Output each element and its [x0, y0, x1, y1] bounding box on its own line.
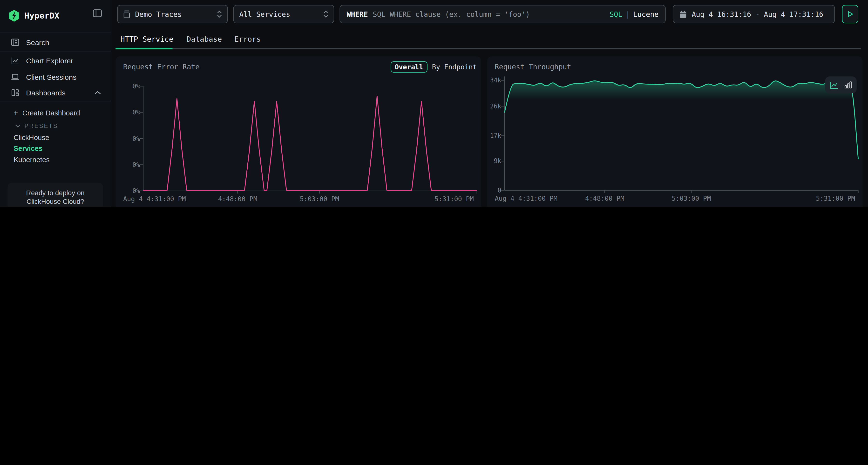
y-axis-label: 0%: [118, 161, 140, 169]
chevron-up-icon[interactable]: [94, 91, 101, 95]
legend-requests: Requests: [495, 206, 536, 207]
panel-request-error-rate: Request Error Rate Overall By Endpoint E…: [116, 56, 481, 207]
line-chart-type-icon[interactable]: [830, 80, 839, 89]
plus-icon: +: [13, 108, 18, 117]
where-label: WHERE: [347, 10, 368, 18]
by-endpoint-toggle-button[interactable]: By Endpoint: [432, 63, 477, 71]
dataset-select[interactable]: Demo Traces: [117, 5, 228, 23]
chevron-down-icon: [15, 124, 21, 128]
time-range-value: Aug 4 16:31:16 - Aug 4 17:31:16: [692, 10, 824, 18]
panel-request-throughput: Request Throughput Requests 34k26k17k9k0…: [487, 56, 863, 207]
tab-http-service[interactable]: HTTP Service: [121, 33, 173, 45]
sidebar: HyperDX Search Chart Explorer Client Ses…: [0, 0, 111, 207]
tab-database[interactable]: Database: [187, 33, 222, 45]
x-axis-label: 5:03:00 PM: [672, 195, 711, 202]
y-axis-label: 9k: [487, 157, 501, 165]
create-dashboard-button[interactable]: + Create Dashboard: [0, 106, 124, 119]
x-axis-label: Aug 4 4:31:00 PM: [123, 195, 186, 203]
legend-error-rate: Error Rate %: [123, 206, 181, 207]
where-placeholder: SQL WHERE clause (ex. column = 'foo'): [373, 10, 610, 18]
tabs-underline: [116, 48, 861, 49]
sidebar-item-label: Dashboards: [26, 89, 66, 97]
promo-text: ClickHouse Cloud?: [8, 197, 103, 206]
y-axis-label: 0%: [118, 135, 140, 142]
y-axis-label: 0%: [118, 82, 140, 90]
sidebar-item-dashboards[interactable]: Dashboards: [0, 85, 111, 100]
divider: [0, 33, 111, 33]
y-axis-label: 17k: [487, 132, 501, 139]
x-axis-label: 5:03:00 PM: [300, 195, 339, 203]
sidebar-item-services[interactable]: Services: [0, 141, 124, 155]
hyperdx-logo-icon: [9, 10, 20, 22]
x-axis-label: 5:31:00 PM: [816, 195, 855, 202]
service-value: All Services: [239, 10, 290, 18]
y-axis-label: 0%: [118, 187, 140, 195]
active-tab-underline: [116, 48, 173, 49]
x-axis-label: Aug 4 4:31:00 PM: [495, 195, 557, 202]
dataset-value: Demo Traces: [135, 10, 182, 18]
sidebar-item-client-sessions[interactable]: Client Sessions: [0, 69, 111, 85]
logo[interactable]: HyperDX: [0, 9, 111, 23]
sidebar-collapse-icon[interactable]: [93, 9, 102, 18]
where-input[interactable]: WHERE SQL WHERE clause (ex. column = 'fo…: [340, 5, 666, 23]
select-chevrons-icon: [323, 10, 328, 18]
divider: [0, 101, 111, 101]
bar-chart-type-icon[interactable]: [844, 81, 852, 89]
sidebar-item-search[interactable]: Search: [0, 35, 111, 50]
laptop-icon: [11, 73, 20, 81]
app-title: HyperDX: [24, 11, 59, 21]
panel-title: Request Error Rate: [123, 63, 199, 71]
database-icon: [123, 10, 130, 18]
overall-toggle-button[interactable]: Overall: [390, 61, 428, 72]
search-doc-icon: [11, 38, 20, 47]
y-axis-label: 0: [487, 187, 501, 194]
dashboards-grid-icon: [11, 89, 20, 97]
sidebar-item-label: Client Sessions: [26, 73, 76, 81]
presets-group-toggle[interactable]: PRESETS: [0, 119, 126, 132]
chart-line-icon: [11, 56, 20, 65]
select-chevrons-icon: [217, 10, 222, 18]
divider: [0, 51, 111, 52]
y-axis-label: 34k: [487, 77, 501, 84]
panel-title: Request Throughput: [495, 63, 571, 71]
app-root: HyperDX Search Chart Explorer Client Ses…: [0, 0, 868, 207]
chart-type-toggle: [825, 76, 857, 93]
lucene-mode-button[interactable]: Lucene: [633, 10, 659, 18]
tab-errors[interactable]: Errors: [235, 33, 261, 45]
clickhouse-cloud-promo: Ready to deploy on ClickHouse Cloud? Get…: [8, 182, 103, 207]
promo-text: Ready to deploy on: [8, 189, 103, 197]
y-axis-label: 26k: [487, 102, 501, 110]
calendar-icon: [679, 10, 687, 18]
sidebar-item-kubernetes[interactable]: Kubernetes: [0, 153, 124, 166]
x-axis-label: 4:48:00 PM: [218, 195, 257, 203]
sidebar-item-chart-explorer[interactable]: Chart Explorer: [0, 53, 111, 68]
service-select[interactable]: All Services: [234, 5, 334, 23]
time-range-picker[interactable]: Aug 4 16:31:16 - Aug 4 17:31:16: [673, 5, 835, 23]
x-axis-label: 4:48:00 PM: [585, 195, 624, 202]
y-axis-label: 0%: [118, 109, 140, 117]
play-icon: [847, 11, 853, 18]
sql-mode-button[interactable]: SQL: [610, 10, 622, 18]
sidebar-item-label: Search: [26, 38, 49, 46]
x-axis-label: 5:31:00 PM: [434, 195, 474, 203]
sidebar-item-label: Chart Explorer: [26, 57, 73, 65]
run-query-button[interactable]: [842, 5, 858, 23]
